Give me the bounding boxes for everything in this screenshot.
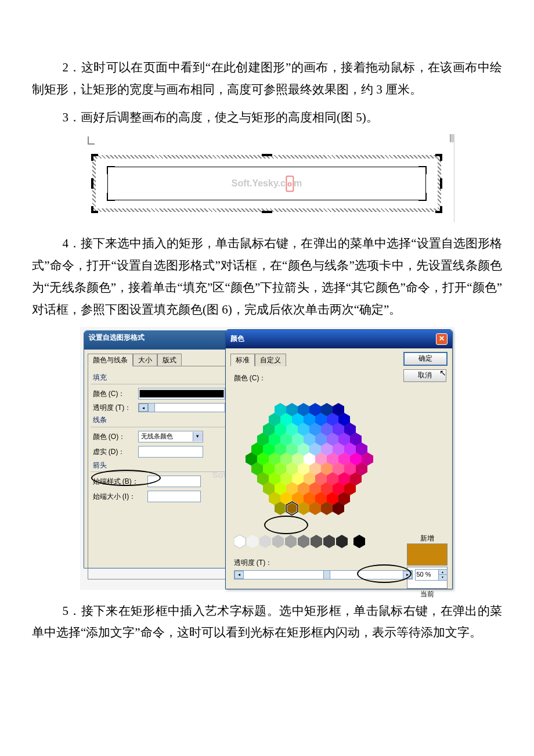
color-trans-input[interactable]: 50 % ▴▾ bbox=[415, 569, 448, 581]
honeycomb-color-picker[interactable] bbox=[234, 389, 385, 528]
color-trans-slider[interactable]: ◂ ▸ bbox=[234, 570, 413, 579]
group-arrow: 箭头 bbox=[93, 461, 226, 469]
color-trans-label: 透明度 (T)： bbox=[234, 559, 448, 567]
tab-custom[interactable]: 自定义 bbox=[255, 354, 286, 366]
color-field-label: 颜色 (C)： bbox=[234, 374, 266, 382]
group-line: 线条 bbox=[93, 416, 226, 424]
grayscale-row[interactable] bbox=[234, 534, 385, 549]
line-color-combo[interactable]: 无线条颜色 ▾ bbox=[138, 431, 203, 442]
line-color-label: 颜色 (O)： bbox=[93, 433, 135, 441]
label-new: 新增 bbox=[407, 534, 448, 542]
paragraph-step-4: 4．接下来选中插入的矩形，单击鼠标右键，在弹出的菜单中选择“设置自选图形格式”命… bbox=[32, 233, 502, 321]
arrow-begin-size-combo[interactable] bbox=[147, 491, 201, 502]
label-current: 当前 bbox=[407, 590, 448, 598]
close-icon[interactable]: ✕ bbox=[436, 333, 448, 345]
line-dash-combo[interactable] bbox=[138, 446, 203, 458]
figure-6-dialogs: www.bdocx.com 设置自选图形格式 颜色与线条 大小 版式 填充 颜色… bbox=[80, 327, 454, 590]
watermark-yesky: Soft.Yesky.com bbox=[232, 175, 302, 192]
drawing-canvas: Soft.Yesky.com bbox=[92, 155, 441, 212]
arrow-begin-style-combo[interactable] bbox=[147, 476, 201, 487]
group-fill: 填充 bbox=[93, 373, 226, 381]
ok-button[interactable]: 确定 bbox=[403, 352, 448, 366]
dialog-format-title: 设置自选图形格式 bbox=[84, 331, 234, 350]
paragraph-step-5: 5．接下来在矩形框中插入艺术字标题。选中矩形框，单击鼠标右键，在弹出的菜单中选择… bbox=[32, 600, 502, 645]
dialog-color-title: 颜色 bbox=[230, 334, 244, 343]
tab-size[interactable]: 大小 bbox=[133, 354, 157, 366]
cursor-icon: ↖ bbox=[439, 368, 446, 378]
tab-layout[interactable]: 版式 bbox=[157, 354, 182, 366]
tab-standard[interactable]: 标准 bbox=[230, 354, 255, 366]
dialog-format-autoshape: 设置自选图形格式 颜色与线条 大小 版式 填充 颜色 (C)： 透明度 (T)： bbox=[84, 330, 234, 568]
ruler-mark-icon bbox=[88, 136, 95, 145]
chevron-down-icon: ▾ bbox=[193, 432, 203, 441]
tab-panel: 填充 颜色 (C)： 透明度 (T)： ◂ 线条 bbox=[88, 366, 230, 579]
tab-colors-lines[interactable]: 颜色与线条 bbox=[88, 354, 133, 366]
arrow-begin-style-label: 始端样式 (B)： bbox=[93, 477, 144, 485]
paragraph-step-2: 2．这时可以在页面中看到“在此创建图形”的画布，接着拖动鼠标，在该画布中绘制矩形… bbox=[32, 57, 502, 101]
ruler-edge-icon bbox=[450, 134, 454, 142]
figure-5-canvas: Soft.Yesky.com bbox=[80, 134, 454, 222]
paragraph-step-3: 3．画好后调整画布的高度，使之与矩形的高度相同(图 5)。 bbox=[32, 107, 502, 129]
dialog-color: 颜色 ✕ 标准 自定义 确定 ↖ 取消 颜色 (C)： bbox=[225, 329, 453, 589]
fill-trans-slider[interactable]: ◂ bbox=[138, 403, 225, 412]
line-dash-label: 虚实 (D)： bbox=[93, 448, 135, 456]
arrow-begin-size-label: 始端大小 (I)： bbox=[93, 492, 144, 501]
fill-trans-label: 透明度 (T)： bbox=[93, 404, 135, 412]
fill-color-label: 颜色 (C)： bbox=[93, 390, 135, 398]
fill-color-combo[interactable] bbox=[138, 388, 225, 399]
